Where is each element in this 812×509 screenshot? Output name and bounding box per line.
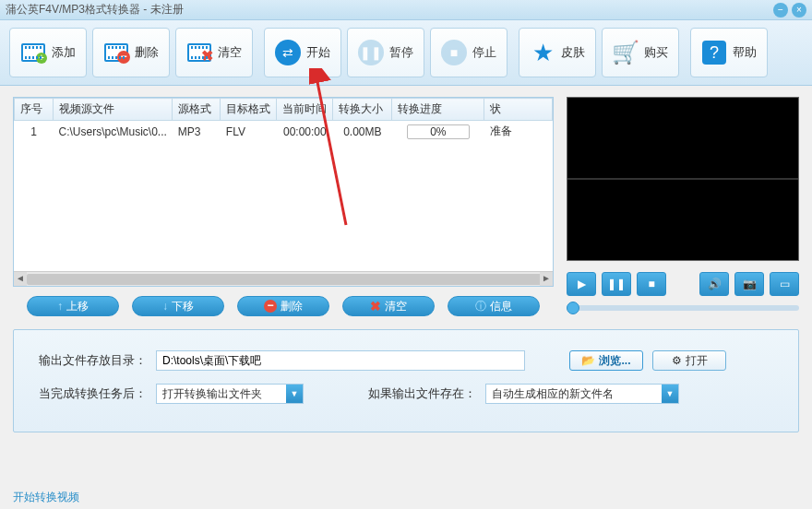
main-toolbar: + 添加 − 删除 ✖ 清空 ⇄ 开始 ❚❚ 暂停 ■ 停止 ★ 皮肤 [0, 20, 812, 86]
minimize-button[interactable]: − [773, 3, 788, 18]
arrow-down-icon [162, 300, 168, 313]
col-size[interactable]: 转换大小 [333, 99, 392, 121]
col-seq[interactable]: 序号 [15, 99, 54, 121]
add-button[interactable]: + 添加 [9, 28, 87, 77]
titlebar: 蒲公英F4V/MP3格式转换器 - 未注册 − × [0, 0, 812, 20]
move-up-button[interactable]: 上移 [27, 296, 119, 316]
gear-icon: ⚙ [672, 354, 682, 367]
status-text[interactable]: 开始转换视频 [13, 490, 79, 505]
scroll-thumb[interactable] [27, 274, 543, 285]
scroll-left-icon[interactable]: ◄ [14, 272, 27, 287]
col-srcfmt[interactable]: 源格式 [173, 99, 221, 121]
row-clear-button[interactable]: ✖清空 [342, 296, 435, 316]
cart-icon: 🛒 [613, 41, 639, 64]
preview-seek-slider[interactable] [567, 305, 799, 311]
preview-volume-button[interactable]: 🔊 [699, 272, 729, 296]
outdir-label: 输出文件存放目录： [38, 352, 147, 369]
stop-icon: ■ [441, 41, 467, 64]
outdir-input[interactable] [156, 350, 525, 371]
start-icon: ⇄ [275, 41, 301, 64]
close-button[interactable]: × [792, 3, 806, 18]
preview-fullscreen-button[interactable]: ▭ [770, 272, 799, 296]
stop-button[interactable]: ■ 停止 [430, 28, 508, 77]
x-icon: ✖ [370, 299, 381, 314]
slider-knob[interactable] [567, 302, 579, 314]
buy-button[interactable]: 🛒 购买 [602, 28, 679, 77]
if-exists-select[interactable]: 自动生成相应的新文件名▼ [485, 384, 679, 404]
move-down-button[interactable]: 下移 [132, 296, 224, 316]
pause-icon: ❚❚ [358, 41, 384, 64]
start-button[interactable]: ⇄ 开始 [264, 28, 341, 77]
preview-snapshot-button[interactable]: 📷 [734, 272, 764, 296]
chevron-down-icon: ▼ [286, 385, 303, 403]
after-label: 当完成转换任务后： [38, 385, 147, 402]
film-add-icon: + [20, 41, 46, 64]
delete-button[interactable]: − 删除 [92, 28, 170, 77]
row-delete-button[interactable]: −删除 [237, 296, 329, 316]
pause-button[interactable]: ❚❚ 暂停 [347, 28, 424, 77]
scroll-right-icon[interactable]: ► [540, 272, 553, 287]
file-table[interactable]: 序号 视频源文件 源格式 目标格式 当前时间 转换大小 转换进度 状 1 C:\… [13, 97, 554, 287]
window-title: 蒲公英F4V/MP3格式转换器 - 未注册 [6, 2, 184, 18]
info-icon: ⓘ [475, 299, 486, 314]
table-row[interactable]: 1 C:\Users\pc\Music\0... MP3 FLV 00:00:0… [15, 121, 553, 143]
if-exists-label: 如果输出文件存在： [368, 385, 476, 402]
output-settings: 输出文件存放目录： 📂浏览... ⚙打开 当完成转换任务后： 打开转换输出文件夹… [13, 329, 799, 432]
col-dstfmt[interactable]: 目标格式 [221, 99, 277, 121]
minus-icon: − [264, 300, 277, 313]
help-button[interactable]: ? 帮助 [690, 28, 768, 77]
col-progress[interactable]: 转换进度 [392, 99, 484, 121]
preview-stop-button[interactable]: ■ [637, 272, 666, 296]
preview-pause-button[interactable]: ❚❚ [602, 272, 631, 296]
browse-button[interactable]: 📂浏览... [569, 350, 643, 371]
open-button[interactable]: ⚙打开 [652, 350, 726, 371]
after-select[interactable]: 打开转换输出文件夹▼ [156, 384, 304, 404]
film-delete-icon: − [103, 41, 129, 64]
clear-button[interactable]: ✖ 清空 [175, 28, 253, 77]
arrow-up-icon [57, 300, 63, 313]
film-clear-icon: ✖ [186, 41, 212, 64]
preview-video [567, 97, 799, 261]
col-time[interactable]: 当前时间 [277, 99, 333, 121]
h-scrollbar[interactable]: ◄ ► [14, 271, 553, 286]
col-status[interactable]: 状 [484, 99, 553, 121]
star-icon: ★ [530, 41, 555, 64]
row-info-button[interactable]: ⓘ信息 [448, 296, 540, 316]
help-icon: ? [701, 41, 727, 64]
col-src[interactable]: 视频源文件 [54, 99, 173, 121]
preview-play-button[interactable]: ▶ [567, 272, 596, 296]
skin-button[interactable]: ★ 皮肤 [519, 28, 596, 77]
folder-icon: 📂 [581, 354, 595, 367]
chevron-down-icon: ▼ [662, 385, 678, 403]
